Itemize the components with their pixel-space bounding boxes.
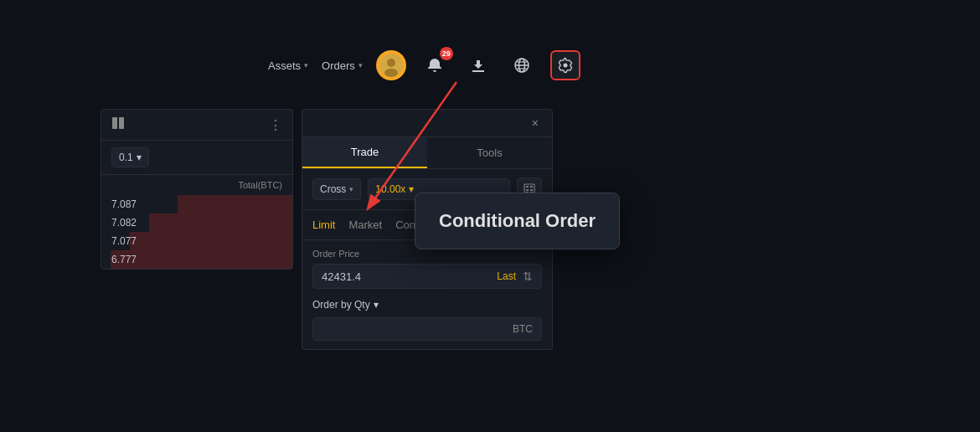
sort-icon: ⇅ bbox=[523, 270, 533, 283]
order-price: 6.777 bbox=[111, 254, 137, 265]
assets-menu[interactable]: Assets ▾ bbox=[268, 59, 308, 72]
close-button[interactable]: × bbox=[527, 115, 544, 131]
notification-badge: 29 bbox=[440, 47, 453, 60]
limit-order-btn[interactable]: Limit bbox=[312, 219, 335, 231]
order-price-input[interactable]: 42431.4 Last ⇅ bbox=[312, 264, 542, 289]
svg-point-2 bbox=[384, 69, 398, 77]
order-by-chevron: ▾ bbox=[374, 299, 379, 311]
panel-tab-row: Trade Tools bbox=[302, 137, 552, 169]
order-book-row: 7.087 bbox=[101, 195, 292, 213]
settings-button[interactable] bbox=[550, 50, 580, 80]
size-select[interactable]: 0.1 ▾ bbox=[111, 147, 149, 167]
slider-chevron: ▾ bbox=[137, 152, 142, 163]
download-button[interactable] bbox=[463, 50, 493, 80]
svg-rect-15 bbox=[530, 189, 533, 191]
avatar-button[interactable] bbox=[376, 50, 406, 80]
total-col-header: Total(BTC) bbox=[238, 180, 282, 190]
order-price: 7.082 bbox=[111, 217, 137, 229]
order-by-row: Order by Qty ▾ bbox=[312, 299, 542, 311]
svg-point-8 bbox=[563, 64, 567, 68]
svg-rect-12 bbox=[526, 186, 529, 188]
orderbook-top-bar: ⋮ bbox=[101, 110, 292, 141]
orders-menu[interactable]: Orders ▾ bbox=[322, 59, 363, 72]
order-price-value: 42431.4 bbox=[322, 270, 497, 283]
conditional-order-title: Conditional Order bbox=[439, 210, 596, 232]
more-options-icon[interactable]: ⋮ bbox=[269, 117, 282, 133]
svg-rect-9 bbox=[112, 117, 117, 129]
column-headers: Total(BTC) bbox=[101, 175, 292, 195]
order-book-row: 7.082 bbox=[101, 213, 292, 232]
assets-label: Assets bbox=[268, 59, 301, 72]
order-book-row: 6.777 bbox=[101, 250, 292, 269]
order-price: 7.087 bbox=[111, 198, 137, 210]
order-price-label: Order Price bbox=[312, 249, 542, 259]
order-form: Order Price 42431.4 Last ⇅ Order by Qty … bbox=[302, 240, 552, 349]
panel-top-bar: × bbox=[302, 110, 552, 137]
orders-chevron: ▾ bbox=[358, 61, 363, 69]
svg-rect-14 bbox=[526, 189, 529, 191]
order-price: 7.077 bbox=[111, 235, 137, 247]
margin-mode-label: Cross bbox=[320, 183, 346, 195]
orders-label: Orders bbox=[322, 59, 355, 72]
language-button[interactable] bbox=[507, 50, 537, 80]
qty-unit: BTC bbox=[513, 323, 533, 335]
top-navigation: Assets ▾ Orders ▾ 29 bbox=[268, 50, 580, 80]
orderbook-panel: ⋮ 0.1 ▾ Total(BTC) 7.087 7.082 7.077 6.7… bbox=[101, 109, 293, 270]
svg-rect-13 bbox=[530, 186, 533, 188]
last-tag[interactable]: Last bbox=[497, 270, 516, 282]
leverage-label: 10.00x bbox=[375, 183, 405, 195]
tools-tab[interactable]: Tools bbox=[427, 137, 552, 168]
order-book-row: 7.077 bbox=[101, 232, 292, 250]
market-order-btn[interactable]: Market bbox=[348, 219, 382, 231]
quantity-input[interactable]: BTC bbox=[312, 317, 542, 341]
leverage-chevron: ▾ bbox=[409, 183, 414, 195]
slider-row: 0.1 ▾ bbox=[101, 141, 292, 175]
svg-point-1 bbox=[387, 59, 395, 67]
notification-button[interactable]: 29 bbox=[420, 50, 450, 80]
book-icon bbox=[111, 116, 125, 133]
margin-chevron: ▾ bbox=[349, 185, 353, 193]
slider-value: 0.1 bbox=[119, 152, 133, 163]
conditional-order-popup: Conditional Order bbox=[415, 193, 620, 249]
order-by-label: Order by Qty ▾ bbox=[312, 299, 379, 311]
svg-rect-10 bbox=[119, 117, 124, 129]
margin-mode-select[interactable]: Cross ▾ bbox=[312, 178, 361, 200]
assets-chevron: ▾ bbox=[304, 61, 308, 69]
trade-tab[interactable]: Trade bbox=[302, 137, 427, 168]
